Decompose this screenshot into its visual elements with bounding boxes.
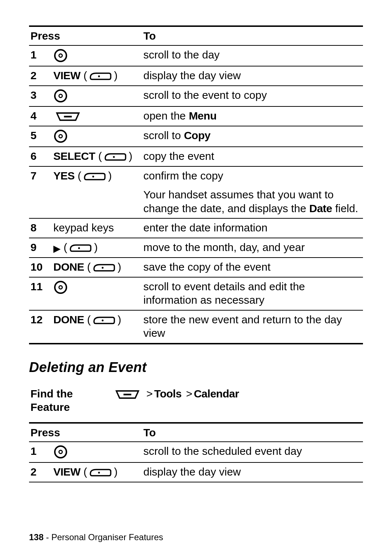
step-description: scroll to the day [142, 45, 363, 66]
manual-page: Press To 1 scroll to the day 2 VIEW () d… [0, 0, 392, 554]
table-header: Press To [29, 26, 363, 45]
softkey-label: DONE [53, 261, 84, 273]
softkey-label: DONE [53, 314, 84, 325]
step-description: scroll to the scheduled event day [142, 442, 363, 462]
step-note: Your handset assumes that you want to ch… [142, 186, 363, 218]
step-description: scroll to the event to copy [142, 86, 363, 106]
step-description: store the new event and return to the da… [142, 310, 363, 344]
table-row: 1 scroll to the scheduled event day [29, 442, 363, 462]
table-row: 11 scroll to event details and edit the … [29, 277, 363, 310]
scroll-icon [53, 445, 68, 459]
step-number: 4 [30, 110, 37, 122]
step-description: move to the month, day, and year [142, 238, 363, 258]
scroll-icon [53, 48, 68, 63]
header-to: To [142, 423, 363, 442]
footer-section: Personal Organiser Features [51, 532, 163, 542]
table-row: 12 DONE () store the new event and retur… [29, 310, 363, 344]
softkey-label: VIEW [53, 69, 81, 81]
step-number: 9 [30, 241, 37, 253]
table-row: 4 open the Menu [29, 106, 363, 126]
step-number: 7 [30, 170, 37, 182]
page-footer: 138 - Personal Organiser Features [29, 532, 163, 542]
find-feature-label: Find the Feature [30, 388, 73, 413]
softkey-label: SELECT [53, 150, 95, 162]
header-press: Press [29, 423, 142, 442]
table-row: 5 scroll to Copy [29, 126, 363, 147]
softkey-icon [87, 70, 114, 82]
find-the-feature: Find the Feature >Tools >Calendar [29, 385, 363, 422]
scroll-icon [53, 129, 68, 143]
table-row: 9 ▶ () move to the month, day, and year [29, 238, 363, 258]
softkey-label: VIEW [53, 466, 81, 478]
step-number: 12 [30, 314, 42, 325]
table-row: 3 scroll to the event to copy [29, 86, 363, 106]
scroll-icon [53, 280, 68, 295]
softkey-icon [102, 151, 129, 163]
menu-key-icon [53, 110, 82, 123]
menu-key-icon [113, 388, 142, 401]
section-heading: Deleting an Event [29, 360, 363, 375]
table-row: 7 YES () confirm the copy [29, 166, 363, 186]
step-number: 5 [30, 129, 37, 141]
step-description: confirm the copy [142, 166, 363, 186]
step-description: scroll to event details and edit the inf… [142, 277, 363, 310]
table-row: 8 keypad keys enter the date information [29, 218, 363, 238]
steps-table-2: Press To 1 scroll to the scheduled event… [29, 422, 363, 483]
step-number: 6 [30, 150, 37, 162]
table-row: 6 SELECT () copy the event [29, 147, 363, 166]
table-row: Your handset assumes that you want to ch… [29, 186, 363, 218]
steps-table-1: Press To 1 scroll to the day 2 VIEW () d… [29, 25, 363, 344]
table-row: 10 DONE () save the copy of the event [29, 258, 363, 277]
step-description: copy the event [142, 147, 363, 166]
step-description: save the copy of the event [142, 258, 363, 277]
right-arrow-icon: ▶ [53, 243, 61, 255]
table-row: 2 VIEW () display the day view [29, 462, 363, 482]
table-header: Press To [29, 423, 363, 442]
find-feature-path: >Tools >Calendar [111, 385, 363, 422]
page-number: 138 [29, 532, 44, 542]
softkey-icon [67, 242, 94, 254]
softkey-icon [87, 466, 114, 479]
header-press: Press [29, 26, 142, 45]
step-number: 11 [30, 280, 42, 292]
header-to: To [142, 26, 363, 45]
step-description: display the day view [142, 66, 363, 86]
scroll-icon [53, 89, 68, 103]
keypad-label: keypad keys [52, 218, 142, 238]
softkey-icon [81, 170, 108, 183]
step-number: 2 [30, 69, 37, 81]
step-number: 1 [30, 49, 37, 61]
step-number: 1 [30, 445, 37, 457]
step-number: 8 [30, 222, 37, 234]
table-row: 1 scroll to the day [29, 45, 363, 66]
softkey-label: YES [53, 170, 75, 182]
step-description: display the day view [142, 462, 363, 482]
table-row: 2 VIEW () display the day view [29, 66, 363, 86]
step-number: 3 [30, 89, 37, 101]
step-number: 2 [30, 466, 37, 478]
softkey-icon [91, 314, 118, 327]
step-description: scroll to Copy [142, 126, 363, 147]
step-number: 10 [30, 261, 42, 273]
step-description: open the Menu [142, 106, 363, 126]
step-description: enter the date information [142, 218, 363, 238]
softkey-icon [91, 262, 118, 274]
